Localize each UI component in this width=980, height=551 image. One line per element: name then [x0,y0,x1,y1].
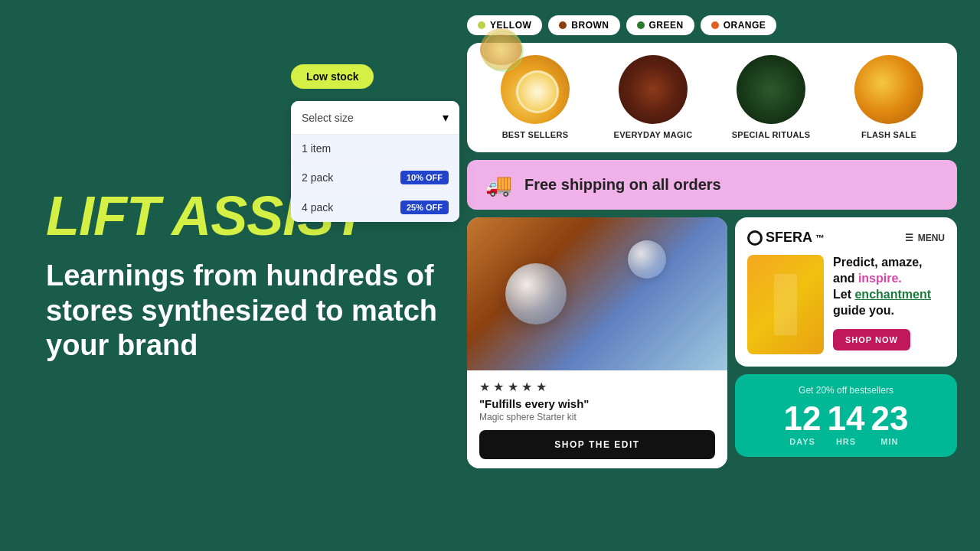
color-variant-selector: YELLOW BROWN GREEN ORANGE [467,15,957,35]
sfera-headline: Predict, amaze, and inspire. Let enchant… [833,255,945,318]
flash-sale-label: FLASH SALE [861,130,916,140]
star-rating: ★ ★ ★ ★ ★ [479,380,715,394]
sfera-headline-normal3: guide you. [833,304,894,317]
days-value: 12 [784,402,822,435]
discount-10-badge: 10% OFF [400,171,449,184]
bottom-row: Low stock Select size ▾ 1 item 2 pack 10… [467,217,957,468]
glass-sphere-small [628,240,666,279]
sfera-logo: SFERA™ [747,230,825,246]
days-label: DAYS [789,437,815,446]
size-dropdown[interactable]: Select size ▾ 1 item 2 pack 10% OFF 4 pa… [291,101,459,222]
product-image-area [467,217,727,370]
countdown-label: Get 20% off bestsellers [747,385,945,396]
size-option-2pack[interactable]: 2 pack 10% OFF [291,163,459,193]
product-card: ★ ★ ★ ★ ★ "Fulfills every wish" Magic sp… [467,217,727,468]
sfera-trademark: ™ [815,233,825,243]
sfera-body: Predict, amaze, and inspire. Let enchant… [747,255,945,354]
brown-label: BROWN [571,20,609,31]
size-1item-label: 1 item [302,142,331,155]
size-2pack-label: 2 pack [302,171,333,184]
min-value: 23 [871,402,908,435]
category-flash-sale[interactable]: FLASH SALE [833,55,945,140]
color-chip-green[interactable]: GREEN [626,15,694,35]
shipping-banner: 🚚 Free shipping on all orders [467,160,957,210]
category-panel: BEST SELLERS EVERYDAY MAGIC SPECIAL RITU… [467,43,957,152]
category-special-rituals[interactable]: SPECIAL RITUALS [715,55,827,140]
flash-sale-image [854,55,923,124]
sfera-card: SFERA™ ☰ MENU Predict, amaze, and inspir… [735,217,957,367]
hrs-label: HRS [836,437,856,446]
shop-the-edit-button[interactable]: SHOP THE EDIT [479,430,715,459]
green-label: GREEN [649,20,684,31]
shipping-text: Free shipping on all orders [524,176,721,194]
glass-sphere-large [505,263,567,324]
product-card-wrapper: Low stock Select size ▾ 1 item 2 pack 10… [467,217,727,468]
category-everyday-magic[interactable]: EVERYDAY MAGIC [597,55,709,140]
size-4pack-label: 4 pack [302,201,333,214]
sfera-headline-green: enchantment [854,288,931,301]
special-rituals-label: SPECIAL RITUALS [732,130,811,140]
timer-hrs: 14 HRS [828,402,865,446]
everyday-magic-image [619,55,688,124]
size-dropdown-header[interactable]: Select size ▾ [291,101,459,135]
size-option-1item[interactable]: 1 item [291,135,459,163]
bottom-right-col: SFERA™ ☰ MENU Predict, amaze, and inspir… [735,217,957,468]
sfera-menu-button[interactable]: ☰ MENU [905,233,945,243]
orange-label: ORANGE [724,20,766,31]
sfera-shop-now-button[interactable]: SHOP NOW [833,329,910,350]
color-chip-brown[interactable]: BROWN [548,15,619,35]
sfera-circle-icon [747,230,763,246]
size-placeholder: Select size [302,112,354,124]
special-rituals-image [737,55,805,124]
orange-dot [711,21,719,29]
size-selector-area: Low stock Select size ▾ 1 item 2 pack 10… [291,64,459,222]
sfera-header: SFERA™ ☰ MENU [747,230,945,246]
product-name: Magic sphere Starter kit [479,412,715,422]
brown-dot [559,21,567,29]
menu-icon: ☰ [905,233,913,243]
green-dot [637,21,645,29]
sfera-product-image [747,255,824,354]
size-option-4pack[interactable]: 4 pack 25% OFF [291,193,459,222]
best-sellers-label: BEST SELLERS [502,130,569,140]
color-chip-orange[interactable]: ORANGE [701,15,777,35]
product-info: ★ ★ ★ ★ ★ "Fulfills every wish" Magic sp… [467,370,727,468]
discount-25-badge: 25% OFF [400,201,449,214]
timer-min: 23 MIN [871,402,908,446]
sfera-headline-normal2: Let [833,288,854,301]
sfera-menu-label: MENU [918,233,945,243]
sfera-logo-text: SFERA [766,230,812,246]
chevron-down-icon: ▾ [443,110,449,125]
timer-days: 12 DAYS [784,402,822,446]
hrs-value: 14 [828,402,865,435]
countdown-timer: 12 DAYS 14 HRS 23 MIN [747,402,945,446]
min-label: MIN [880,437,898,446]
right-panel: YELLOW BROWN GREEN ORANGE BEST SELLERS E… [467,15,957,468]
yellow-dot [478,21,485,29]
tagline: Learnings from hundreds of stores synthe… [46,259,444,364]
everyday-magic-label: EVERYDAY MAGIC [614,130,693,140]
truck-icon: 🚚 [485,172,512,197]
countdown-card: Get 20% off bestsellers 12 DAYS 14 HRS 2… [735,374,957,457]
sfera-headline-pink: inspire. [858,272,902,285]
sfera-text-content: Predict, amaze, and inspire. Let enchant… [833,255,945,350]
product-quote: "Fulfills every wish" [479,397,715,410]
low-stock-badge: Low stock [291,64,374,89]
